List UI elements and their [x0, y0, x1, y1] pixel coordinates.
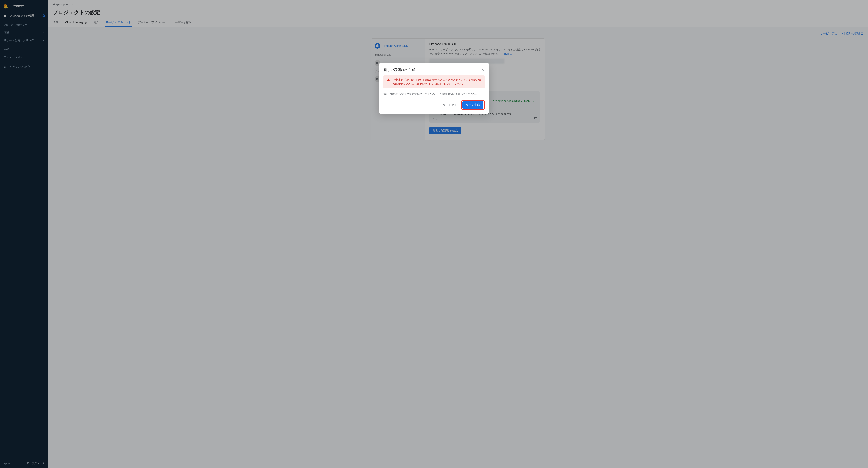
warning-text: 秘密鍵でプロジェクトの Firebase サービスにアクセスできます。秘密鍵の情… — [393, 78, 482, 86]
generate-key-modal: 新しい秘密鍵の生成 秘密鍵でプロジェクトの Firebase サービスにアクセス… — [379, 63, 489, 114]
cancel-button[interactable]: キャンセル — [440, 101, 460, 108]
warning-icon — [386, 78, 390, 86]
close-button[interactable] — [480, 68, 485, 72]
confirm-generate-button[interactable]: キーを生成 — [462, 101, 483, 109]
modal-overlay[interactable]: 新しい秘密鍵の生成 秘密鍵でプロジェクトの Firebase サービスにアクセス… — [0, 0, 868, 468]
highlight-annotation: キーを生成 — [461, 100, 485, 110]
modal-note: 新しい鍵を紛失すると復元できなくなるため、この鍵は大切に保管してください。 — [383, 92, 485, 96]
close-icon — [480, 68, 485, 72]
modal-title: 新しい秘密鍵の生成 — [383, 67, 415, 72]
warning-box: 秘密鍵でプロジェクトの Firebase サービスにアクセスできます。秘密鍵の情… — [383, 76, 485, 88]
